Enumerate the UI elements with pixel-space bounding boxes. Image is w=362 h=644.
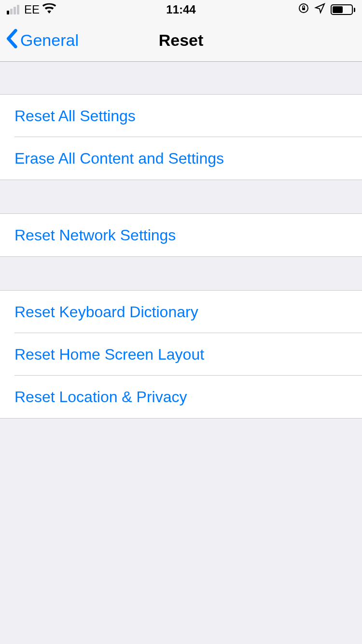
battery-icon [331, 4, 355, 15]
navigation-bar: General Reset [0, 19, 362, 62]
list-group: Reset Network Settings [0, 214, 362, 257]
list-group: Reset All Settings Erase All Content and… [0, 95, 362, 180]
group-spacer [0, 180, 362, 214]
chevron-left-icon [6, 29, 20, 52]
list-item-label: Reset Network Settings [14, 226, 176, 244]
reset-home-screen-layout-item[interactable]: Reset Home Screen Layout [0, 333, 362, 376]
group-spacer [0, 62, 362, 95]
erase-all-content-item[interactable]: Erase All Content and Settings [0, 137, 362, 180]
carrier-label: EE [24, 3, 40, 16]
list-item-label: Reset Location & Privacy [14, 388, 187, 406]
list-item-label: Reset All Settings [14, 107, 136, 125]
list-group: Reset Keyboard Dictionary Reset Home Scr… [0, 291, 362, 419]
reset-all-settings-item[interactable]: Reset All Settings [0, 95, 362, 137]
location-icon [314, 2, 326, 17]
reset-keyboard-dictionary-item[interactable]: Reset Keyboard Dictionary [0, 291, 362, 333]
back-label: General [20, 31, 79, 50]
status-right [298, 2, 355, 17]
group-spacer [0, 257, 362, 291]
orientation-lock-icon [298, 2, 309, 17]
content-area: Reset All Settings Erase All Content and… [0, 62, 362, 419]
list-item-label: Erase All Content and Settings [14, 150, 224, 168]
list-item-label: Reset Keyboard Dictionary [14, 303, 198, 321]
status-bar: EE 11:44 [0, 0, 362, 19]
list-item-label: Reset Home Screen Layout [14, 346, 204, 364]
back-button[interactable]: General [6, 29, 79, 52]
reset-network-settings-item[interactable]: Reset Network Settings [0, 214, 362, 256]
page-title: Reset [159, 31, 204, 50]
signal-strength-icon [7, 5, 19, 14]
status-left: EE [7, 3, 56, 16]
wifi-icon [42, 3, 56, 16]
svg-rect-1 [302, 8, 305, 10]
status-time: 11:44 [166, 3, 195, 16]
reset-location-privacy-item[interactable]: Reset Location & Privacy [0, 376, 362, 418]
